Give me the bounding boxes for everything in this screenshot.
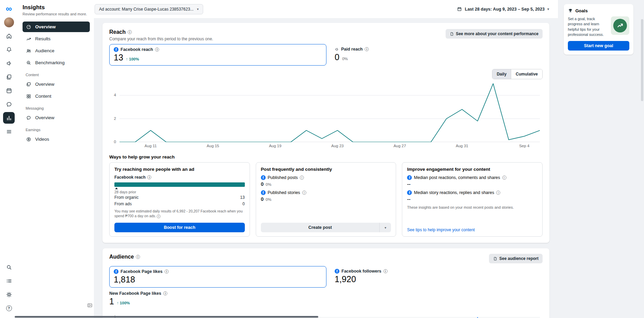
rail-insights-icon[interactable]	[3, 112, 15, 124]
facebook-reach-delta: 100%	[126, 57, 139, 61]
create-post-dropdown-button[interactable]: ▾	[379, 223, 391, 232]
sidebar-item-overview[interactable]: Overview	[23, 22, 90, 32]
create-post-button[interactable]: Create post	[261, 223, 380, 232]
profile-avatar[interactable]	[3, 16, 15, 28]
see-audience-report-button[interactable]: See audience report	[489, 254, 543, 263]
rail-all-tools-icon[interactable]	[3, 126, 15, 137]
sidebar-item-results[interactable]: Results	[23, 33, 90, 44]
info-icon[interactable]	[383, 269, 388, 273]
new-page-likes-section: New Facebook Page likes 1 100%	[109, 291, 543, 306]
chart-view-toggle: Daily Cumulative	[492, 69, 543, 79]
rail-planner-icon[interactable]	[3, 85, 15, 96]
rail-ads-icon[interactable]	[3, 57, 15, 69]
sidebar-item-content-overview[interactable]: Overview	[23, 79, 90, 89]
sidebar-item-content[interactable]: Content	[23, 91, 90, 101]
goals-column: Goals Set a goal, track progress and lea…	[558, 0, 644, 318]
insights-sidebar: Insights Review performance results and …	[18, 0, 94, 318]
page-title: Insights	[23, 4, 90, 11]
info-icon[interactable]	[147, 175, 151, 179]
info-icon[interactable]	[165, 269, 169, 274]
from-ads-row: From ads 0	[114, 201, 245, 207]
rail-search-icon[interactable]	[3, 261, 15, 273]
chat-bubble-icon	[26, 115, 32, 121]
date-range-selector[interactable]: Last 28 days: Aug 9, 2023 – Sep 5, 2023 …	[457, 6, 549, 12]
info-icon[interactable]	[136, 255, 140, 259]
info-icon[interactable]	[128, 30, 132, 34]
facebook-icon	[407, 190, 412, 195]
sidebar-item-audience[interactable]: Audience	[23, 45, 90, 56]
slides-icon	[26, 82, 32, 87]
goals-illustration	[611, 16, 629, 35]
boost-reach-card: Try reaching more people with an ad Face…	[109, 162, 250, 237]
vertical-scrollbar[interactable]	[641, 19, 643, 101]
collapse-sidebar-button[interactable]	[86, 302, 93, 309]
info-icon[interactable]	[502, 176, 506, 180]
sidebar-item-benchmarking[interactable]: Benchmarking	[23, 57, 90, 68]
toggle-cumulative[interactable]: Cumulative	[511, 69, 542, 79]
page-subtitle: Review performance results and more.	[23, 12, 90, 16]
new-page-likes-value: 1	[109, 296, 114, 306]
avatar-image	[4, 17, 14, 27]
facebook-icon	[261, 175, 266, 180]
reach-card: Reach Compare your reach from this perio…	[102, 23, 549, 243]
audience-card: Audience See audience report	[102, 248, 549, 318]
sidebar-section-earnings: Earnings	[26, 128, 90, 132]
see-more-content-performance-button[interactable]: See more about your content performance	[446, 29, 543, 39]
sidebar-item-label: Overview	[35, 24, 56, 29]
ad-account-selector[interactable]: Ad account: Marry Crise Gaspe-Lucas 2385…	[95, 4, 203, 14]
post-frequency-card: Post frequently and consistently Publish…	[256, 162, 396, 237]
rail-home-icon[interactable]	[3, 30, 15, 42]
create-post-split-button: Create post ▾	[261, 223, 391, 232]
new-page-likes-delta: 100%	[117, 301, 130, 305]
trophy-icon	[568, 8, 573, 13]
horizontal-scrollbar[interactable]	[15, 316, 318, 318]
info-icon[interactable]	[496, 191, 500, 195]
sidebar-section-messaging: Messaging	[26, 106, 90, 110]
paid-reach-delta: 0%	[342, 57, 348, 61]
rail-content-icon[interactable]	[3, 71, 15, 83]
audience-title: Audience	[109, 254, 134, 260]
info-icon[interactable]	[365, 47, 369, 51]
overview-gauge-icon	[26, 24, 32, 30]
results-trend-icon	[26, 36, 32, 42]
sidebar-item-label: Overview	[35, 82, 54, 87]
date-range-label: Last 28 days: Aug 9, 2023 – Sep 5, 2023	[465, 7, 545, 12]
published-stories-stat: Published stories 0 0%	[261, 190, 391, 202]
paid-reach-metric[interactable]: Paid reach 0 0%	[326, 44, 369, 66]
facebook-icon	[335, 269, 339, 274]
ways-to-grow-heading: Ways to help grow your reach	[109, 154, 543, 160]
info-icon[interactable]	[300, 176, 304, 180]
improve-engagement-card: Improve engagement for your content Medi…	[402, 162, 543, 237]
facebook-icon	[407, 175, 412, 180]
facebook-reach-metric-card[interactable]: Facebook reach 13 100%	[109, 44, 326, 66]
published-posts-stat: Published posts 0 0%	[261, 175, 391, 187]
sidebar-item-messaging-overview[interactable]: Overview	[23, 112, 90, 123]
info-icon[interactable]	[163, 291, 167, 295]
sidebar-item-label: Results	[35, 36, 51, 41]
see-tips-link[interactable]: See tips to help improve your content	[407, 227, 537, 232]
start-new-goal-button[interactable]: Start new goal	[568, 41, 629, 51]
rail-inbox-icon[interactable]	[3, 98, 15, 110]
rail-tasks-icon[interactable]	[3, 275, 15, 287]
info-icon[interactable]	[302, 191, 306, 195]
reach-chart: 024 Aug 11Aug 15Aug 19Aug 23Aug 27Aug 31…	[109, 81, 543, 149]
toggle-daily[interactable]: Daily	[492, 69, 511, 79]
goals-card: Goals Set a goal, track progress and lea…	[564, 4, 633, 55]
facebook-followers-metric[interactable]: Facebook followers 1,920	[326, 266, 388, 288]
sidebar-item-label: Overview	[35, 115, 54, 120]
sidebar-item-videos[interactable]: Videos	[23, 134, 90, 144]
rail-settings-icon[interactable]	[3, 289, 15, 300]
ad-account-label: Ad account: Marry Crise Gaspe-Lucas 2385…	[99, 7, 194, 12]
dollar-circle-icon	[26, 137, 32, 142]
boost-for-reach-button[interactable]: Boost for reach	[114, 223, 245, 232]
rail-help-icon[interactable]	[3, 302, 15, 314]
from-organic-row: From organic 13	[114, 194, 245, 201]
info-icon[interactable]	[155, 47, 159, 52]
app-rail: ∞	[0, 0, 18, 318]
meta-logo[interactable]: ∞	[3, 3, 15, 14]
info-icon[interactable]	[157, 215, 160, 218]
facebook-page-likes-metric-card[interactable]: Facebook Page likes 1,818	[109, 266, 326, 288]
rail-notifications-icon[interactable]	[3, 44, 15, 55]
question-mark-icon	[6, 305, 12, 311]
followers-value: 1,920	[335, 274, 356, 284]
